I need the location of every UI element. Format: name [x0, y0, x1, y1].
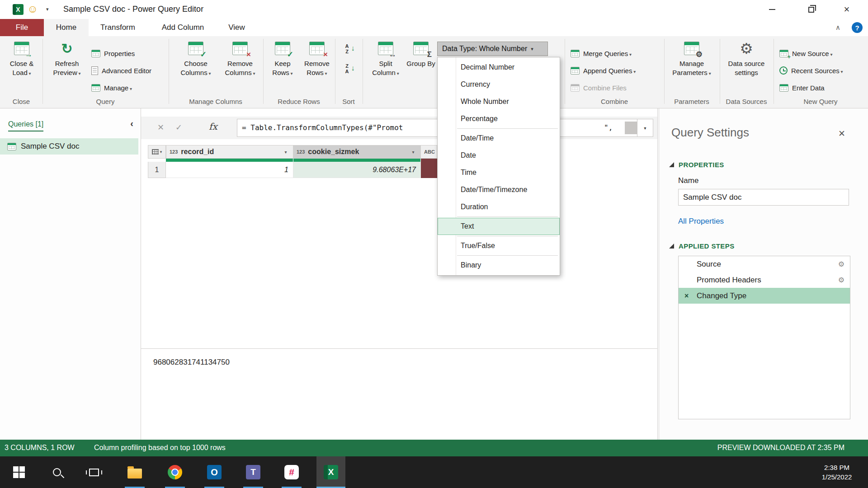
excel-button[interactable]: X — [316, 456, 345, 488]
column-header-cookie-sizmek[interactable]: 123 cookie_sizmek ▾ — [293, 145, 421, 159]
recent-sources-button[interactable]: Recent Sources — [779, 65, 843, 76]
split-column-button[interactable]: ↔ Split Column — [368, 40, 403, 77]
menu-item-decimal-number[interactable]: Decimal Number — [438, 59, 560, 76]
group-separator — [335, 39, 335, 104]
search-button[interactable] — [43, 456, 71, 488]
menu-item-text[interactable]: Text — [438, 218, 560, 235]
group-label-sort: Sort — [342, 98, 355, 105]
menu-item-time[interactable]: Time — [438, 164, 560, 181]
tab-view[interactable]: View — [219, 19, 255, 36]
cell-cookie-sizmek[interactable]: 9.68063E+17 — [293, 162, 421, 178]
group-by-button[interactable]: Σ Group By — [406, 40, 436, 68]
menu-item-currency[interactable]: Currency — [438, 76, 560, 93]
manage-button[interactable]: Manage — [91, 82, 132, 93]
column-filter-button[interactable]: ▾ — [282, 148, 290, 156]
expand-formula-bar-button[interactable]: ▾ — [637, 119, 653, 136]
row-number-cell[interactable]: 1 — [148, 162, 166, 178]
select-all-button[interactable]: ▾ — [148, 145, 166, 159]
sort-ascending-button[interactable]: AZ↓ — [340, 43, 360, 54]
status-profiling-link[interactable]: Column profiling based on top 1000 rows — [94, 444, 226, 452]
close-query-settings-icon[interactable]: ✕ — [838, 128, 845, 139]
file-explorer-button[interactable] — [121, 456, 148, 488]
advanced-editor-button[interactable]: Advanced Editor — [91, 65, 151, 76]
keep-rows-button[interactable]: ✓ Keep Rows — [267, 40, 298, 77]
remove-rows-button[interactable]: × Remove Rows — [300, 40, 334, 77]
properties-section-header[interactable]: PROPERTIES — [669, 161, 724, 169]
column-type-icon-number[interactable]: 123 — [297, 149, 305, 155]
query-table-icon — [7, 143, 16, 150]
formula-scroll-thumb[interactable] — [625, 122, 637, 134]
ribbon: → Close & Load ↻ Refresh Preview Propert… — [0, 36, 868, 108]
column-type-icon-number[interactable]: 123 — [170, 149, 178, 155]
close-window-button[interactable]: × — [833, 0, 860, 19]
outlook-button[interactable]: O — [201, 456, 228, 488]
close-and-load-button[interactable]: → Close & Load — [3, 40, 41, 77]
collapse-ribbon-icon[interactable]: ∧ — [835, 23, 840, 32]
step-changed-type[interactable]: × Changed Type — [679, 288, 850, 304]
menu-item-duration[interactable]: Duration — [438, 198, 560, 216]
table-grid-icon — [152, 149, 159, 155]
tab-transform[interactable]: Transform — [89, 19, 147, 36]
remove-columns-button[interactable]: × Remove Columns — [220, 40, 260, 77]
menu-item-binary[interactable]: Binary — [438, 257, 560, 274]
column-header-record-id[interactable]: 123 record_id ▾ — [166, 145, 293, 159]
data-type-button[interactable]: Data Type: Whole Number — [437, 42, 548, 56]
merge-queries-button[interactable]: Merge Queries — [571, 48, 632, 59]
append-queries-button[interactable]: Append Queries — [571, 65, 636, 76]
teams-button[interactable]: T — [240, 456, 267, 488]
quick-access-caret-icon[interactable]: ▾ — [46, 6, 49, 12]
help-button[interactable]: ? — [852, 22, 863, 33]
sort-za-icon: ZA↓ — [345, 63, 355, 74]
column-filter-button[interactable]: ▾ — [409, 148, 417, 156]
tab-file[interactable]: File — [0, 19, 44, 36]
group-separator — [42, 39, 43, 104]
men-item-percentage[interactable]: Percentage — [438, 110, 560, 127]
queries-panel-header: Queries [1] — [8, 120, 43, 131]
query-item-label: Sample CSV doc — [21, 142, 79, 151]
new-source-button[interactable]: + New Source — [779, 48, 833, 59]
tab-home[interactable]: Home — [44, 19, 89, 36]
menu-item-true-false[interactable]: True/False — [438, 237, 560, 254]
task-view-button[interactable] — [80, 456, 108, 488]
delete-step-icon[interactable]: × — [684, 292, 689, 300]
menu-item-date[interactable]: Date — [438, 147, 560, 164]
step-settings-gear-icon[interactable]: ⚙ — [838, 260, 844, 268]
chrome-button[interactable] — [161, 456, 189, 488]
taskbar-clock[interactable]: 2:38 PM 1/25/2022 — [812, 456, 862, 488]
choose-columns-button[interactable]: ✓ Choose Columns — [175, 40, 216, 77]
step-settings-gear-icon[interactable]: ⚙ — [838, 276, 844, 284]
all-properties-link[interactable]: All Properties — [678, 217, 724, 226]
cell-record-id[interactable]: 1 — [166, 162, 293, 178]
feedback-smiley-icon[interactable]: ☺ — [27, 3, 38, 16]
menu-item-date-time-timezone[interactable]: Date/Time/Timezone — [438, 181, 560, 198]
minimize-button[interactable] — [759, 0, 786, 19]
new-source-icon: + — [779, 50, 788, 57]
restore-icon — [808, 7, 814, 13]
cancel-formula-icon[interactable]: ✕ — [157, 122, 164, 132]
restore-button[interactable] — [797, 0, 825, 19]
properties-button[interactable]: Properties — [91, 48, 135, 59]
column-type-icon-text[interactable]: ABC — [424, 149, 435, 155]
collapse-queries-pane-icon[interactable]: ‹ — [130, 118, 133, 129]
data-source-settings-button[interactable]: ⚙ Data source settings — [722, 40, 770, 77]
column-header-partial[interactable]: ABC — [421, 145, 437, 159]
refresh-preview-button[interactable]: ↻ Refresh Preview — [46, 40, 88, 77]
query-name-input[interactable] — [678, 189, 849, 206]
step-source[interactable]: Source ⚙ — [679, 256, 850, 272]
menu-separator — [457, 216, 558, 217]
collapse-triangle-icon — [669, 162, 674, 167]
manage-parameters-button[interactable]: ⚙ Manage Parameters — [668, 40, 715, 77]
applied-steps-section-header[interactable]: APPLIED STEPS — [669, 242, 735, 250]
step-promoted-headers[interactable]: Promoted Headers ⚙ — [679, 272, 850, 288]
menu-item-date-time[interactable]: Date/Time — [438, 130, 560, 147]
tab-add-column[interactable]: Add Column — [147, 19, 219, 36]
sort-descending-button[interactable]: ZA↓ — [340, 63, 360, 74]
group-separator — [720, 39, 720, 104]
start-button[interactable] — [5, 456, 33, 488]
enter-data-button[interactable]: Enter Data — [779, 82, 825, 93]
query-list-item-sample-csv-doc[interactable]: Sample CSV doc — [0, 138, 138, 155]
preview-pane-divider[interactable] — [141, 348, 657, 349]
menu-item-whole-number[interactable]: Whole Number — [438, 93, 560, 110]
slack-button[interactable]: # — [278, 456, 305, 488]
commit-formula-icon[interactable]: ✓ — [175, 122, 182, 132]
